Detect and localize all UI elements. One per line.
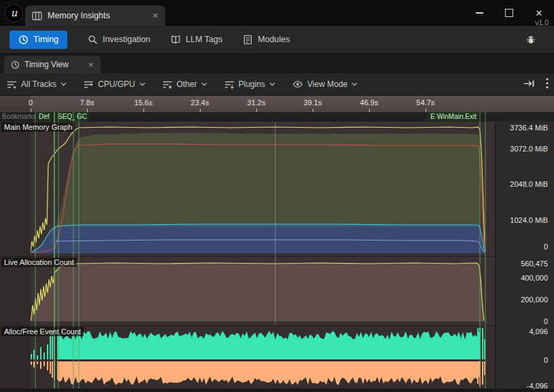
axis-tick-label: 3072.0 MiB bbox=[510, 145, 548, 153]
star-filter-icon bbox=[162, 79, 173, 90]
view-tabbar: Timing View ✕ bbox=[0, 54, 554, 73]
more-options-icon[interactable] bbox=[546, 77, 549, 92]
axis-panel: 3736.4 MiB3072.0 MiB2048.0 MiB1024.0 MiB… bbox=[495, 122, 554, 389]
axis-tick-label: 4,096 bbox=[529, 327, 548, 336]
axis-tick-label: 200,000 bbox=[521, 296, 548, 304]
chevron-down-icon bbox=[201, 82, 207, 86]
main-memory-plot[interactable] bbox=[0, 122, 495, 256]
eye-icon bbox=[292, 79, 303, 89]
doc-tab-close-icon[interactable]: ✕ bbox=[152, 12, 158, 20]
timing-marker[interactable]: GC bbox=[75, 112, 89, 121]
cpu-gpu-dropdown[interactable]: CPU/GPU bbox=[84, 79, 145, 90]
chevron-down-icon bbox=[269, 82, 275, 86]
other-dropdown[interactable]: Other bbox=[162, 79, 207, 90]
main-toolbar: Timing Investigation LLM Tags Modules bbox=[0, 26, 554, 54]
track-title-alloc-free[interactable]: Alloc/Free Event Count bbox=[1, 327, 84, 336]
debug-bug-icon[interactable] bbox=[525, 35, 536, 48]
view-mode-label: View Mode bbox=[307, 79, 347, 89]
ruler-tick-label: 15.6s bbox=[135, 99, 153, 107]
bottom-strip bbox=[0, 389, 554, 392]
memory-insights-window: u Memory Insights ✕ ✕ v1.0 Timing Invest bbox=[0, 0, 554, 392]
doc-tab-memory-insights[interactable]: Memory Insights ✕ bbox=[25, 5, 165, 26]
modules-button[interactable]: Modules bbox=[243, 35, 290, 45]
maximize-button[interactable] bbox=[494, 0, 524, 26]
minimize-button[interactable] bbox=[464, 0, 494, 26]
track-main-memory-graph[interactable] bbox=[0, 122, 495, 256]
clock-icon bbox=[11, 60, 20, 69]
modules-label: Modules bbox=[258, 35, 290, 44]
axis-tick-label: -4,096 bbox=[527, 382, 548, 390]
axis-tick-label: 0 bbox=[544, 317, 548, 325]
llm-tags-button[interactable]: LLM Tags bbox=[171, 35, 222, 44]
ruler-pre-zero bbox=[0, 96, 31, 112]
axis-tick-label: 2048.0 MiB bbox=[510, 180, 548, 188]
doc-tab-label: Memory Insights bbox=[48, 11, 110, 20]
investigation-button[interactable]: Investigation bbox=[88, 35, 150, 45]
view-mode-dropdown[interactable]: View Mode bbox=[292, 79, 358, 89]
titlebar: u Memory Insights ✕ ✕ bbox=[0, 0, 554, 26]
track-separator bbox=[0, 256, 495, 257]
tab-timing-view-label: Timing View bbox=[24, 60, 69, 69]
plugins-dropdown[interactable]: Plugins bbox=[224, 79, 275, 90]
axis-tick-label: 560,475 bbox=[521, 260, 548, 268]
investigation-label: Investigation bbox=[103, 35, 150, 44]
axis-tick-label: 400,000 bbox=[521, 274, 548, 282]
other-label: Other bbox=[177, 79, 197, 89]
ruler-tick-label: 39.1s bbox=[304, 99, 322, 107]
timing-label: Timing bbox=[33, 35, 58, 44]
track-separator bbox=[0, 325, 495, 326]
version-label: v1.0 bbox=[535, 18, 549, 26]
all-tracks-label: All Tracks bbox=[21, 79, 56, 89]
chevron-down-icon bbox=[351, 82, 358, 86]
track-title-main-memory[interactable]: Main Memory Graph bbox=[1, 122, 75, 132]
axis-tick-label: 0 bbox=[544, 243, 548, 251]
unreal-logo-glyph: u bbox=[11, 8, 18, 18]
cpu-gpu-filter-icon bbox=[84, 79, 94, 90]
ruler-tick-label: 46.9s bbox=[360, 99, 379, 107]
filter-toolbar: All Tracks CPU/GPU Other Plugins bbox=[0, 73, 554, 96]
ruler-tick-label: 0 bbox=[29, 99, 33, 107]
time-ruler[interactable]: 07.8s15.6s23.4s31.2s39.1s46.9s54.7s bbox=[0, 96, 554, 112]
maximize-icon bbox=[505, 9, 513, 17]
track-title-live-allocation[interactable]: Live Allocation Count bbox=[1, 257, 77, 267]
document-icon bbox=[243, 35, 253, 45]
axis-tick-label: 1024.0 MiB bbox=[510, 216, 548, 224]
jump-to-end-icon[interactable] bbox=[523, 79, 535, 91]
tab-timing-view[interactable]: Timing View ✕ bbox=[4, 56, 101, 73]
clock-icon bbox=[18, 35, 29, 45]
unreal-logo-icon[interactable]: u bbox=[5, 4, 23, 22]
llm-tags-label: LLM Tags bbox=[186, 35, 222, 44]
chevron-down-icon bbox=[139, 82, 145, 86]
axis-tick-label: 0 bbox=[544, 356, 548, 364]
investigation-icon bbox=[88, 35, 98, 45]
plugins-label: Plugins bbox=[239, 79, 265, 89]
timing-marker[interactable]: E WinMain.Exit bbox=[428, 112, 479, 121]
plugins-filter-icon bbox=[224, 79, 235, 90]
book-icon bbox=[171, 35, 181, 44]
all-tracks-dropdown[interactable]: All Tracks bbox=[7, 79, 67, 90]
ruler-tick-label: 31.2s bbox=[247, 99, 266, 107]
markers-row[interactable]: Bookmarks DefSEQ_GCE WinMain.Exit bbox=[0, 112, 554, 122]
track-filter-icon bbox=[7, 79, 17, 90]
minimize-icon bbox=[476, 12, 483, 14]
filterbar-right bbox=[523, 73, 549, 96]
timing-marker[interactable]: Def bbox=[37, 112, 52, 121]
ruler-tick-label: 7.8s bbox=[80, 99, 94, 107]
timing-button[interactable]: Timing bbox=[10, 31, 67, 49]
cpu-gpu-label: CPU/GPU bbox=[98, 79, 135, 89]
axis-tick-label: 3736.4 MiB bbox=[510, 124, 548, 132]
ruler-tick-label: 23.4s bbox=[191, 99, 209, 107]
ruler-tick-label: 54.7s bbox=[417, 99, 435, 107]
bookmarks-label: Bookmarks bbox=[2, 113, 36, 120]
chevron-down-icon bbox=[60, 82, 67, 86]
tab-close-icon[interactable]: ✕ bbox=[88, 61, 94, 69]
session-icon bbox=[32, 12, 42, 20]
